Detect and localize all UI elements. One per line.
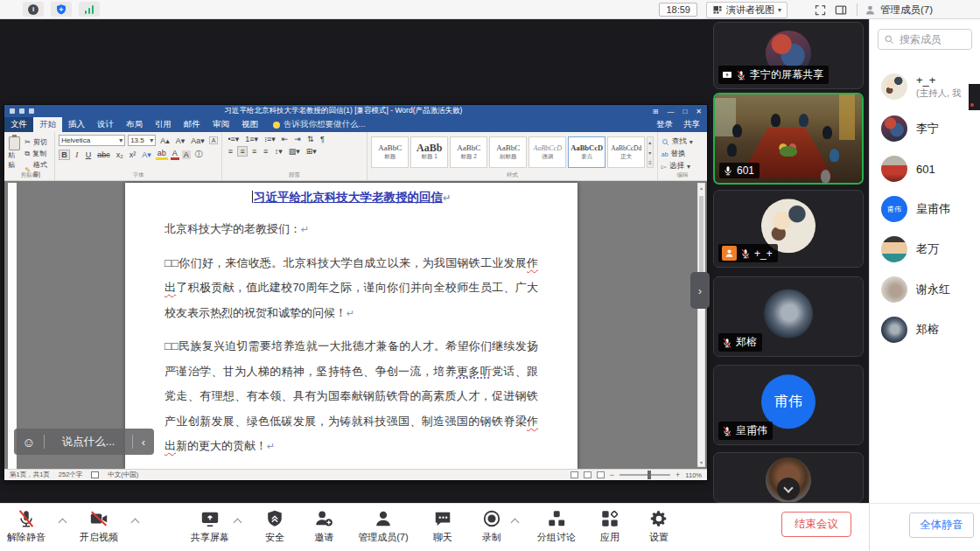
style-heading[interactable]: AaBbC标题 [371, 136, 409, 168]
video-tile-lining-share[interactable]: 李宁的屏幕共享 [713, 22, 864, 89]
find-button[interactable]: 查找▾ [662, 136, 704, 147]
bold-button[interactable]: B [59, 150, 70, 160]
tell-me-box[interactable]: 告诉我你想要做什么... [273, 119, 365, 130]
tab-layout[interactable]: 布局 [120, 117, 149, 132]
share-options-caret[interactable] [234, 519, 242, 527]
align-center-button[interactable]: ≡ [237, 146, 247, 157]
number-list-button[interactable]: 1≡▾ [243, 135, 260, 143]
meeting-security-button[interactable] [51, 2, 72, 17]
member-row[interactable]: 601 [870, 149, 980, 189]
grow-font-button[interactable]: A▴ [158, 136, 172, 145]
chat-button[interactable]: 聊天 [428, 509, 458, 544]
member-row[interactable]: 郑榕 [870, 310, 980, 350]
member-row[interactable]: 谢永红 [870, 269, 980, 310]
panel-expand-handle[interactable]: › [690, 272, 710, 309]
minimize-button[interactable]: — [667, 108, 674, 115]
sidebar-toggle-button[interactable] [834, 3, 848, 17]
zoom-slider-thumb[interactable] [648, 471, 651, 479]
clear-formatting-button[interactable]: A [209, 136, 219, 144]
zoom-in-button[interactable]: + [676, 471, 680, 479]
scrollbar-thumb[interactable] [699, 196, 704, 275]
subscript-button[interactable]: x₂ [115, 150, 125, 159]
tab-home[interactable]: 开始 [33, 117, 62, 132]
line-spacing-button[interactable]: ↕▾ [273, 147, 284, 156]
emoji-smile-icon[interactable]: ☺ [14, 436, 44, 449]
underline-button[interactable]: U [84, 150, 94, 159]
fullscreen-button[interactable] [814, 3, 827, 17]
style-body[interactable]: AaBbCcDd正文 [607, 136, 645, 168]
chat-placeholder[interactable]: 说点什么... [45, 435, 132, 450]
close-button[interactable]: ✕ [696, 108, 702, 115]
style-emphasis[interactable]: AaBbCcD强调 [528, 136, 566, 168]
tab-design[interactable]: 设计 [91, 117, 120, 132]
page-indicator[interactable]: 第1页，共1页 [10, 471, 50, 479]
member-row-host[interactable]: +_+ (主持人, 我 [870, 65, 980, 108]
record-options-caret[interactable] [510, 519, 519, 527]
multilevel-list-button[interactable]: ⁝≡▾ [262, 135, 277, 143]
ribbon-options-icon[interactable]: ⊞ [653, 108, 659, 115]
collapse-strip-button[interactable] [777, 478, 800, 500]
manage-members-topbar-button[interactable]: 管理成员(7) [864, 3, 968, 17]
font-color-button[interactable]: A [171, 149, 179, 160]
collapse-left-icon[interactable]: ‹ [133, 436, 154, 449]
increase-indent-button[interactable]: ⇥ [292, 135, 303, 143]
align-right-button[interactable]: ≡ [250, 147, 259, 156]
style-heading1[interactable]: AaBb标题 1 [410, 136, 448, 168]
video-tile-601[interactable]: 601 [713, 93, 864, 185]
font-family-combo[interactable]: Helvetica▾ [59, 135, 125, 146]
tab-file[interactable]: 文件 [4, 117, 33, 132]
highlight-button[interactable]: ab [156, 149, 168, 160]
quick-access-toolbar[interactable] [10, 108, 34, 114]
word-count[interactable]: 252个字 [59, 471, 83, 479]
styles-gallery-scroll[interactable]: ▴▾≡ [647, 136, 654, 168]
record-button[interactable]: 录制 [477, 509, 507, 544]
video-tile-huangfuwei[interactable]: 甫伟 皇甫伟 [713, 365, 864, 445]
mute-all-button[interactable]: 全体静音 [909, 513, 974, 538]
style-heading2[interactable]: AaBbC标题 2 [450, 136, 487, 168]
view-mode-selector[interactable]: 演讲者视图 ▾ [706, 2, 788, 18]
zoom-out-button[interactable]: − [610, 471, 614, 479]
start-video-button[interactable]: 开启视频 [80, 509, 118, 544]
breakout-rooms-button[interactable]: 分组讨论 [537, 509, 576, 544]
tab-view[interactable]: 视图 [235, 117, 264, 132]
shading-char-button[interactable]: A [182, 150, 191, 159]
member-row[interactable]: 李宁 [870, 108, 980, 149]
manage-members-button[interactable]: 管理成员(7) [358, 509, 408, 544]
strikethrough-button[interactable]: abc [95, 150, 112, 159]
web-layout-icon[interactable] [597, 471, 605, 478]
member-row[interactable]: 老万 [870, 229, 980, 269]
network-status-button[interactable] [79, 2, 100, 17]
style-subtitle[interactable]: AaBbC副标题 [489, 136, 527, 168]
tab-review[interactable]: 审阅 [206, 117, 235, 132]
tab-insert[interactable]: 插入 [62, 117, 91, 132]
tab-mailings[interactable]: 邮件 [178, 117, 206, 132]
sort-button[interactable]: ⇅ [305, 135, 316, 143]
unmute-button[interactable]: 解除静音 [7, 509, 46, 544]
align-left-button[interactable]: ≡ [226, 147, 234, 156]
cut-button[interactable]: ✂剪切 [24, 137, 51, 147]
document-scrollbar[interactable]: ▴ ▾ [697, 183, 705, 467]
decrease-indent-button[interactable]: ⇤ [280, 135, 290, 143]
replace-button[interactable]: ab替换 [662, 149, 704, 159]
security-button[interactable]: 安全 [260, 509, 290, 544]
member-row[interactable]: 甫伟 皇甫伟 [870, 189, 980, 229]
member-search-box[interactable] [878, 29, 972, 50]
video-tile-zhengrong[interactable]: 郑榕 [713, 276, 864, 357]
apps-button[interactable]: 应用 [595, 509, 625, 544]
restore-button[interactable]: □ [682, 108, 687, 115]
borders-button[interactable]: ⊞▾ [304, 147, 318, 156]
font-size-combo[interactable]: 13.5▾ [128, 135, 156, 146]
sign-in-button[interactable]: 登录 [656, 119, 673, 130]
share-screen-button[interactable]: 共享屏幕 [191, 509, 229, 544]
shrink-font-button[interactable]: A▾ [174, 136, 187, 145]
video-tile-partial[interactable] [713, 452, 864, 503]
bullet-list-button[interactable]: •≡▾ [226, 135, 241, 143]
superscript-button[interactable]: x² [128, 150, 138, 159]
enclose-char-button[interactable]: ⓘ [193, 149, 205, 160]
zoom-level[interactable]: 110% [685, 471, 702, 479]
justify-button[interactable]: ≡ [262, 147, 270, 156]
print-layout-icon[interactable] [584, 471, 592, 478]
tab-references[interactable]: 引用 [149, 117, 178, 132]
search-input[interactable] [898, 32, 959, 46]
document-page[interactable]: 习近平给北京科技大学老教授的回信↵ 北京科技大学的老教授们：↵ □□你们好，来信… [125, 183, 578, 469]
